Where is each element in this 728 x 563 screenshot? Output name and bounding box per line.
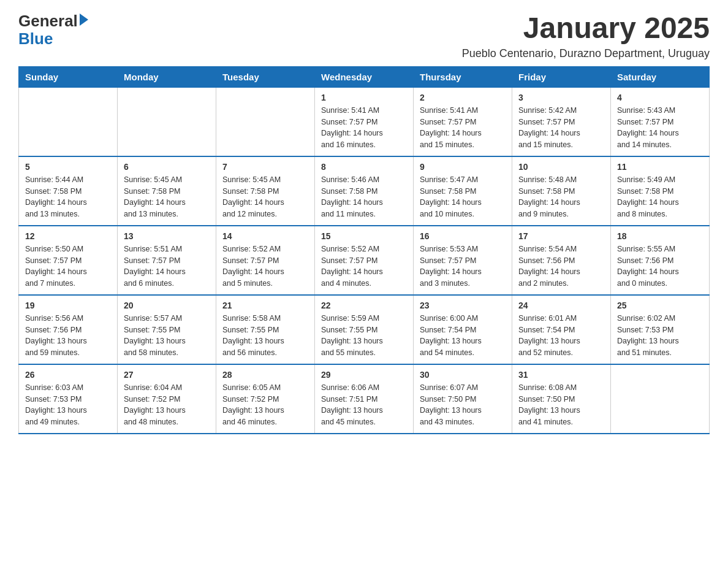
day-number: 20 bbox=[124, 301, 210, 310]
table-row: 12Sunrise: 5:50 AMSunset: 7:57 PMDayligh… bbox=[19, 226, 118, 295]
table-row bbox=[216, 87, 315, 156]
title-block: January 2025 Pueblo Centenario, Durazno … bbox=[462, 12, 710, 60]
calendar-table: Sunday Monday Tuesday Wednesday Thursday… bbox=[18, 66, 710, 434]
day-number: 19 bbox=[25, 301, 111, 310]
logo-general-text: General bbox=[18, 12, 78, 30]
table-row: 30Sunrise: 6:07 AMSunset: 7:50 PMDayligh… bbox=[414, 364, 512, 434]
day-number: 21 bbox=[222, 301, 308, 310]
day-info: Sunrise: 6:06 AMSunset: 7:51 PMDaylight:… bbox=[321, 382, 407, 428]
table-row: 5Sunrise: 5:44 AMSunset: 7:58 PMDaylight… bbox=[19, 156, 118, 226]
table-row: 23Sunrise: 6:00 AMSunset: 7:54 PMDayligh… bbox=[414, 295, 512, 364]
day-number: 7 bbox=[222, 162, 308, 172]
day-number: 11 bbox=[617, 162, 703, 172]
day-info: Sunrise: 5:55 AMSunset: 7:56 PMDaylight:… bbox=[617, 243, 703, 289]
page-title: January 2025 bbox=[462, 12, 710, 45]
day-info: Sunrise: 5:59 AMSunset: 7:55 PMDaylight:… bbox=[321, 313, 407, 359]
table-row: 17Sunrise: 5:54 AMSunset: 7:56 PMDayligh… bbox=[512, 226, 611, 295]
table-row: 16Sunrise: 5:53 AMSunset: 7:57 PMDayligh… bbox=[414, 226, 512, 295]
table-row: 28Sunrise: 6:05 AMSunset: 7:52 PMDayligh… bbox=[216, 364, 315, 434]
day-info: Sunrise: 5:49 AMSunset: 7:58 PMDaylight:… bbox=[617, 174, 703, 220]
table-row bbox=[118, 87, 216, 156]
day-number: 8 bbox=[321, 162, 407, 172]
day-number: 6 bbox=[124, 162, 210, 172]
day-info: Sunrise: 5:45 AMSunset: 7:58 PMDaylight:… bbox=[222, 174, 308, 220]
table-row: 3Sunrise: 5:42 AMSunset: 7:57 PMDaylight… bbox=[512, 87, 611, 156]
day-info: Sunrise: 6:00 AMSunset: 7:54 PMDaylight:… bbox=[420, 313, 506, 359]
day-info: Sunrise: 5:52 AMSunset: 7:57 PMDaylight:… bbox=[222, 243, 308, 289]
table-row: 20Sunrise: 5:57 AMSunset: 7:55 PMDayligh… bbox=[118, 295, 216, 364]
day-info: Sunrise: 6:01 AMSunset: 7:54 PMDaylight:… bbox=[518, 313, 604, 359]
table-row: 10Sunrise: 5:48 AMSunset: 7:58 PMDayligh… bbox=[512, 156, 611, 226]
table-row: 7Sunrise: 5:45 AMSunset: 7:58 PMDaylight… bbox=[216, 156, 315, 226]
table-row: 24Sunrise: 6:01 AMSunset: 7:54 PMDayligh… bbox=[512, 295, 611, 364]
day-number: 26 bbox=[25, 370, 111, 380]
day-number: 31 bbox=[518, 370, 604, 380]
col-saturday: Saturday bbox=[611, 66, 710, 87]
day-info: Sunrise: 5:45 AMSunset: 7:58 PMDaylight:… bbox=[124, 174, 210, 220]
table-row: 15Sunrise: 5:52 AMSunset: 7:57 PMDayligh… bbox=[315, 226, 414, 295]
table-row: 9Sunrise: 5:47 AMSunset: 7:58 PMDaylight… bbox=[414, 156, 512, 226]
day-number: 14 bbox=[222, 231, 308, 241]
day-number: 17 bbox=[518, 231, 604, 241]
day-number: 9 bbox=[420, 162, 506, 172]
day-number: 15 bbox=[321, 231, 407, 241]
page-header: General Blue January 2025 Pueblo Centena… bbox=[18, 12, 710, 60]
calendar-week-row: 19Sunrise: 5:56 AMSunset: 7:56 PMDayligh… bbox=[19, 295, 710, 364]
table-row: 21Sunrise: 5:58 AMSunset: 7:55 PMDayligh… bbox=[216, 295, 315, 364]
table-row: 19Sunrise: 5:56 AMSunset: 7:56 PMDayligh… bbox=[19, 295, 118, 364]
table-row: 27Sunrise: 6:04 AMSunset: 7:52 PMDayligh… bbox=[118, 364, 216, 434]
page-subtitle: Pueblo Centenario, Durazno Department, U… bbox=[462, 47, 710, 60]
day-info: Sunrise: 5:50 AMSunset: 7:57 PMDaylight:… bbox=[25, 243, 111, 289]
col-friday: Friday bbox=[512, 66, 611, 87]
day-number: 1 bbox=[321, 93, 407, 102]
table-row: 31Sunrise: 6:08 AMSunset: 7:50 PMDayligh… bbox=[512, 364, 611, 434]
day-number: 18 bbox=[617, 231, 703, 241]
day-number: 23 bbox=[420, 301, 506, 310]
day-info: Sunrise: 6:03 AMSunset: 7:53 PMDaylight:… bbox=[25, 382, 111, 428]
day-info: Sunrise: 5:57 AMSunset: 7:55 PMDaylight:… bbox=[124, 313, 210, 359]
table-row bbox=[611, 364, 710, 434]
table-row: 25Sunrise: 6:02 AMSunset: 7:53 PMDayligh… bbox=[611, 295, 710, 364]
day-number: 4 bbox=[617, 93, 703, 102]
logo: General Blue bbox=[18, 12, 88, 47]
calendar-header: Sunday Monday Tuesday Wednesday Thursday… bbox=[19, 66, 710, 87]
table-row: 14Sunrise: 5:52 AMSunset: 7:57 PMDayligh… bbox=[216, 226, 315, 295]
day-info: Sunrise: 6:07 AMSunset: 7:50 PMDaylight:… bbox=[420, 382, 506, 428]
day-info: Sunrise: 5:42 AMSunset: 7:57 PMDaylight:… bbox=[518, 105, 604, 151]
day-number: 16 bbox=[420, 231, 506, 241]
day-info: Sunrise: 5:47 AMSunset: 7:58 PMDaylight:… bbox=[420, 174, 506, 220]
day-number: 28 bbox=[222, 370, 308, 380]
table-row: 1Sunrise: 5:41 AMSunset: 7:57 PMDaylight… bbox=[315, 87, 414, 156]
day-number: 3 bbox=[518, 93, 604, 102]
table-row: 4Sunrise: 5:43 AMSunset: 7:57 PMDaylight… bbox=[611, 87, 710, 156]
day-info: Sunrise: 5:46 AMSunset: 7:58 PMDaylight:… bbox=[321, 174, 407, 220]
col-monday: Monday bbox=[118, 66, 216, 87]
day-number: 2 bbox=[420, 93, 506, 102]
day-info: Sunrise: 5:41 AMSunset: 7:57 PMDaylight:… bbox=[321, 105, 407, 151]
day-info: Sunrise: 5:56 AMSunset: 7:56 PMDaylight:… bbox=[25, 313, 111, 359]
day-number: 10 bbox=[518, 162, 604, 172]
day-number: 13 bbox=[124, 231, 210, 241]
day-number: 5 bbox=[25, 162, 111, 172]
day-number: 30 bbox=[420, 370, 506, 380]
day-number: 27 bbox=[124, 370, 210, 380]
table-row: 18Sunrise: 5:55 AMSunset: 7:56 PMDayligh… bbox=[611, 226, 710, 295]
day-info: Sunrise: 5:41 AMSunset: 7:57 PMDaylight:… bbox=[420, 105, 506, 151]
day-info: Sunrise: 5:44 AMSunset: 7:58 PMDaylight:… bbox=[25, 174, 111, 220]
table-row: 26Sunrise: 6:03 AMSunset: 7:53 PMDayligh… bbox=[19, 364, 118, 434]
day-info: Sunrise: 5:58 AMSunset: 7:55 PMDaylight:… bbox=[222, 313, 308, 359]
calendar-week-row: 5Sunrise: 5:44 AMSunset: 7:58 PMDaylight… bbox=[19, 156, 710, 226]
table-row: 29Sunrise: 6:06 AMSunset: 7:51 PMDayligh… bbox=[315, 364, 414, 434]
day-number: 12 bbox=[25, 231, 111, 241]
day-info: Sunrise: 5:53 AMSunset: 7:57 PMDaylight:… bbox=[420, 243, 506, 289]
day-info: Sunrise: 5:48 AMSunset: 7:58 PMDaylight:… bbox=[518, 174, 604, 220]
day-number: 24 bbox=[518, 301, 604, 310]
col-tuesday: Tuesday bbox=[216, 66, 315, 87]
table-row: 6Sunrise: 5:45 AMSunset: 7:58 PMDaylight… bbox=[118, 156, 216, 226]
day-number: 25 bbox=[617, 301, 703, 310]
calendar-week-row: 26Sunrise: 6:03 AMSunset: 7:53 PMDayligh… bbox=[19, 364, 710, 434]
day-number: 29 bbox=[321, 370, 407, 380]
table-row bbox=[19, 87, 118, 156]
table-row: 8Sunrise: 5:46 AMSunset: 7:58 PMDaylight… bbox=[315, 156, 414, 226]
day-info: Sunrise: 6:04 AMSunset: 7:52 PMDaylight:… bbox=[124, 382, 210, 428]
